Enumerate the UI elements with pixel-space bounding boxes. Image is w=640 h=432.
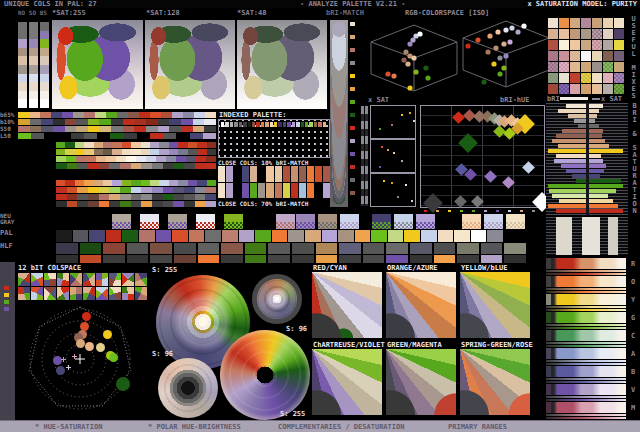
close-col-swatch[interactable] (218, 166, 225, 182)
indexed-swatch[interactable] (287, 122, 290, 127)
mix-swatch[interactable] (592, 62, 602, 72)
close-col-swatch[interactable] (315, 183, 322, 198)
close-col-swatch[interactable] (299, 183, 306, 198)
indexed-swatch[interactable] (243, 122, 246, 127)
palette-swatch[interactable] (189, 230, 205, 242)
mix-swatch[interactable] (581, 73, 591, 83)
indexed-swatch[interactable] (270, 122, 273, 127)
indexed-swatch[interactable] (274, 122, 277, 127)
neutral-swatch[interactable] (112, 214, 131, 229)
palette-swatch[interactable] (305, 230, 321, 242)
neutral-swatch[interactable] (372, 214, 391, 229)
palette-swatch[interactable] (404, 230, 420, 242)
close-col-swatch[interactable] (323, 166, 330, 182)
neutral-swatch[interactable] (140, 214, 159, 229)
mix-swatch[interactable] (614, 73, 624, 83)
close-col-swatch[interactable] (283, 183, 290, 198)
indexed-swatch[interactable] (252, 122, 255, 127)
close-col-swatch[interactable] (275, 166, 282, 182)
mix-swatch[interactable] (603, 84, 613, 94)
indexed-swatch[interactable] (278, 122, 281, 127)
indexed-swatch[interactable] (283, 122, 286, 127)
palette-swatch[interactable] (255, 230, 271, 242)
colspace-thumbnail[interactable] (109, 273, 121, 286)
palette-swatch[interactable] (322, 230, 338, 242)
mix-swatch[interactable] (559, 40, 569, 50)
primary-ranges-toggle[interactable]: PRIMARY RANGES (448, 423, 507, 431)
neutral-swatch[interactable] (224, 214, 243, 229)
mix-swatch[interactable] (581, 84, 591, 94)
mix-swatch[interactable] (581, 29, 591, 39)
mix-swatch[interactable] (548, 62, 558, 72)
colspace-thumbnail[interactable] (44, 287, 56, 300)
mix-swatch[interactable] (614, 51, 624, 61)
mix-swatch[interactable] (548, 51, 558, 61)
close-col-swatch[interactable] (218, 183, 225, 198)
colspace-thumbnail[interactable] (135, 273, 147, 286)
xsat-scrollbar-1[interactable] (361, 106, 364, 206)
close-col-swatch[interactable] (323, 183, 330, 198)
mix-swatch[interactable] (614, 29, 624, 39)
colspace-thumbnail[interactable] (96, 273, 108, 286)
close-col-swatch[interactable] (258, 183, 265, 198)
palette-swatch[interactable] (272, 230, 288, 242)
mix-swatch[interactable] (581, 40, 591, 50)
indexed-swatch[interactable] (261, 122, 264, 127)
mix-swatch[interactable] (592, 84, 602, 94)
mix-swatch[interactable] (581, 51, 591, 61)
mix-swatch[interactable] (603, 62, 613, 72)
palette-swatch[interactable] (139, 230, 155, 242)
neutral-swatch[interactable] (394, 214, 413, 229)
close-col-swatch[interactable] (299, 166, 306, 182)
neutral-swatch[interactable] (484, 214, 503, 229)
mix-swatch[interactable] (548, 40, 558, 50)
sat-48-toggle[interactable]: *SAT:48 (237, 9, 267, 17)
neutral-swatch[interactable] (196, 214, 215, 229)
palette-swatch[interactable] (421, 230, 437, 242)
close-col-swatch[interactable] (266, 183, 273, 198)
mix-swatch[interactable] (581, 18, 591, 28)
palette-swatch[interactable] (56, 230, 72, 242)
colspace-thumbnail[interactable] (83, 273, 95, 286)
indexed-swatch[interactable] (323, 122, 326, 127)
indexed-swatch[interactable] (234, 122, 237, 127)
neutral-swatch[interactable] (506, 214, 525, 229)
close-col-swatch[interactable] (226, 166, 233, 182)
hue-saturation-toggle[interactable]: * HUE-SATURATION (35, 423, 102, 431)
close-col-swatch[interactable] (283, 166, 290, 182)
colspace-thumbnail[interactable] (44, 273, 56, 286)
palette-swatch[interactable] (438, 230, 454, 242)
palette-swatch[interactable] (205, 230, 221, 242)
bri-slider[interactable] (560, 97, 588, 100)
mix-swatch[interactable] (603, 73, 613, 83)
close-col-swatch[interactable] (250, 183, 257, 198)
palette-swatch[interactable] (288, 230, 304, 242)
colspace-thumbnail[interactable] (31, 287, 43, 300)
mix-swatch[interactable] (614, 84, 624, 94)
mix-swatch[interactable] (570, 29, 580, 39)
indexed-swatch[interactable] (230, 122, 233, 127)
indexed-swatch[interactable] (314, 122, 317, 127)
sat-128-toggle[interactable]: *SAT:128 (146, 9, 180, 17)
close-col-swatch[interactable] (234, 166, 241, 182)
indexed-swatch[interactable] (309, 122, 312, 127)
mix-swatch[interactable] (614, 62, 624, 72)
close-col-swatch[interactable] (250, 166, 257, 182)
saturation-model-toggle[interactable]: x SATURATION MODEL: PURITY (527, 0, 637, 8)
mix-swatch[interactable] (570, 73, 580, 83)
close-col-swatch[interactable] (291, 183, 298, 198)
mix-swatch[interactable] (548, 84, 558, 94)
indexed-swatch[interactable] (225, 122, 228, 127)
indexed-swatch[interactable] (318, 122, 321, 127)
mix-swatch[interactable] (548, 73, 558, 83)
mix-swatch[interactable] (559, 62, 569, 72)
colspace-thumbnail[interactable] (70, 273, 82, 286)
colspace-thumbnail[interactable] (18, 273, 30, 286)
mix-swatch[interactable] (570, 62, 580, 72)
close-col-swatch[interactable] (242, 183, 249, 198)
palette-swatch[interactable] (73, 230, 89, 242)
mix-swatch[interactable] (603, 29, 613, 39)
mix-swatch[interactable] (548, 29, 558, 39)
xsat-scrollbar-2[interactable] (365, 106, 368, 206)
colspace-thumbnail[interactable] (135, 287, 147, 300)
